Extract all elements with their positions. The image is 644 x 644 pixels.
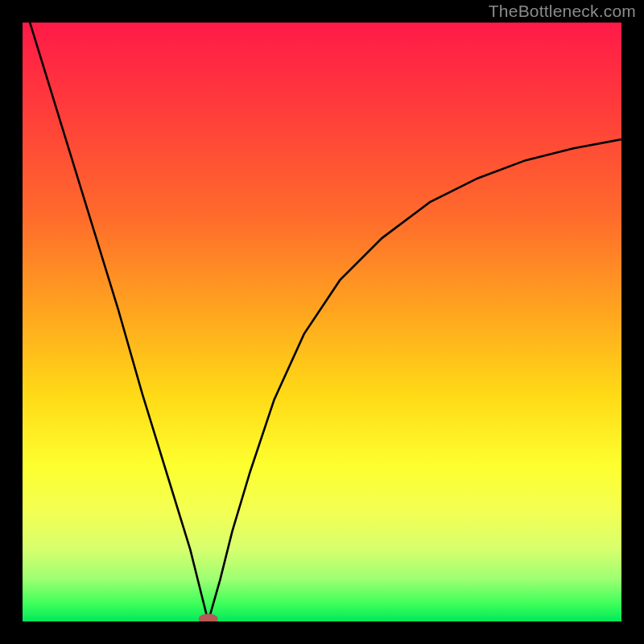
watermark-text: TheBottleneck.com	[489, 2, 636, 21]
chart-svg	[23, 23, 621, 621]
curve-right-branch	[208, 139, 621, 621]
curve-left-branch	[23, 23, 208, 621]
minimum-marker	[199, 613, 218, 621]
chart-frame: TheBottleneck.com	[0, 0, 644, 644]
chart-plot-area	[23, 23, 621, 621]
